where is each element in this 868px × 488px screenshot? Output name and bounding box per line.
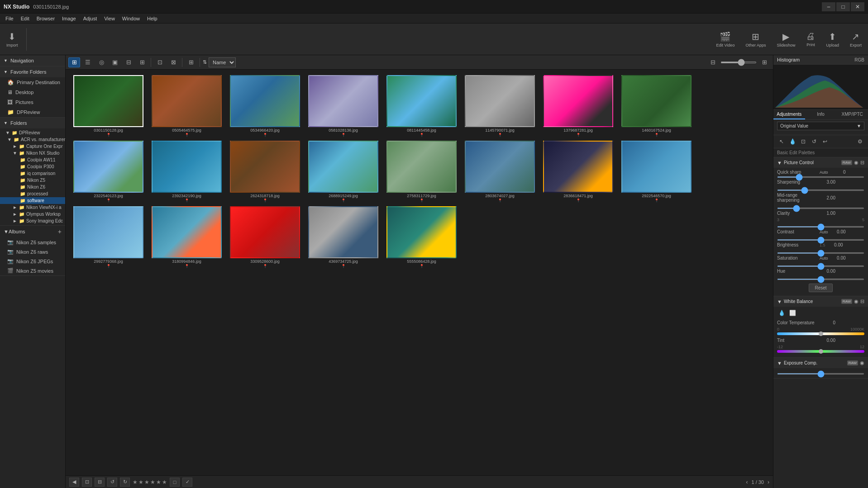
menu-edit[interactable]: Edit	[17, 15, 33, 22]
album-z6-samples[interactable]: 📷 Nikon Z6 samples	[0, 237, 65, 247]
view-grid-button[interactable]: ⊞	[68, 57, 80, 67]
tree-nikon-z6[interactable]: 📁 Nikon Z6	[0, 184, 65, 190]
primary-destination-item[interactable]: 🏠 Primary Destination	[0, 77, 65, 87]
nav-prev-button[interactable]: ‹	[746, 479, 748, 485]
dpreview-fav-item[interactable]: 📁 DPReview	[0, 107, 65, 117]
image-cell[interactable]: 2758311729.jpg📍	[384, 141, 459, 203]
menu-help[interactable]: Help	[143, 15, 161, 22]
other-apps-button[interactable]: ⊞ Other Apps	[743, 29, 768, 49]
image-thumbnail[interactable]	[386, 75, 457, 127]
pc-expand[interactable]: ⊟	[860, 160, 864, 166]
tree-sony[interactable]: ►📁 Sony Imaging Edc	[0, 218, 65, 224]
image-cell[interactable]: 1145790071.jpg📍	[463, 75, 537, 137]
image-cell[interactable]: 2836618471.jpg📍	[541, 141, 615, 203]
tree-software[interactable]: 📁 software	[0, 197, 65, 204]
image-cell[interactable]: 2392342190.jpg📍	[149, 141, 224, 203]
star-6[interactable]: ★	[162, 479, 167, 485]
close-button[interactable]: ✕	[851, 2, 864, 11]
tree-nikon-nx[interactable]: ▼📁 Nikon NX Studio	[0, 150, 65, 156]
image-cell[interactable]: 3309528600.jpg📍	[228, 206, 302, 268]
image-thumbnail[interactable]	[308, 206, 378, 258]
image-thumbnail[interactable]	[230, 75, 300, 127]
prev-page-button[interactable]: ◀	[69, 478, 79, 487]
star-3[interactable]: ★	[144, 479, 149, 485]
image-thumbnail[interactable]	[73, 141, 143, 193]
image-thumbnail[interactable]	[465, 141, 535, 193]
tree-viewNX[interactable]: ►📁 Nikon ViewNX-i a	[0, 204, 65, 211]
brightness-slider[interactable]	[777, 252, 864, 254]
image-thumbnail[interactable]	[386, 206, 457, 258]
tree-iq-comparison[interactable]: 📁 iq comparison	[0, 170, 65, 177]
pc-toggle[interactable]: ◉	[854, 160, 858, 166]
tool-undo[interactable]: ↩	[820, 137, 830, 146]
exp-comp-slider[interactable]	[777, 373, 864, 374]
image-cell[interactable]: 5555086428.jpg📍	[384, 206, 459, 268]
tree-capture[interactable]: ►📁 Capture One Expr	[0, 143, 65, 150]
deselect-bb[interactable]: ⊟	[95, 478, 105, 487]
image-cell[interactable]: 2922546570.jpg📍	[619, 141, 694, 203]
deselect-button[interactable]: ⊠	[167, 57, 179, 67]
image-cell[interactable]: 2624318718.jpg📍	[228, 141, 302, 203]
tree-dpreview[interactable]: ▼📁 DPReview	[0, 129, 65, 136]
view-list-button[interactable]: ☰	[82, 57, 94, 67]
image-thumbnail[interactable]	[621, 141, 692, 193]
tab-adjustments[interactable]: Adjustments	[773, 110, 805, 119]
view-map-button[interactable]: ◎	[95, 57, 107, 67]
picture-control-header[interactable]: ▼ Picture Control RAW ◉ ⊟	[773, 157, 868, 168]
image-thumbnail[interactable]	[308, 141, 378, 193]
view-filmstrip-button[interactable]: ⊟	[123, 57, 134, 67]
menu-window[interactable]: Window	[119, 15, 143, 22]
image-thumbnail[interactable]	[308, 75, 378, 127]
quick-sharp-slider[interactable]	[777, 176, 864, 178]
tree-nikon-z5[interactable]: 📁 Nikon Z5	[0, 177, 65, 184]
star-2[interactable]: ★	[138, 479, 143, 485]
album-z6-jpegs[interactable]: 📷 Nikon Z6 JPEGs	[0, 256, 65, 266]
image-thumbnail[interactable]	[152, 75, 222, 127]
sort-select[interactable]: Name Date Size	[209, 57, 236, 67]
grid-size-large[interactable]: ⊞	[758, 57, 770, 67]
image-thumbnail[interactable]	[152, 206, 222, 258]
star-1[interactable]: ★	[133, 479, 138, 485]
image-cell[interactable]: 0505464575.jpg📍	[149, 75, 224, 137]
image-cell[interactable]: 3180994846.jpg📍	[149, 206, 224, 268]
image-thumbnail[interactable]	[73, 75, 143, 127]
rotate-left-button[interactable]: ↺	[107, 478, 117, 487]
original-value-dropdown[interactable]: Original Value ▼	[777, 122, 864, 130]
edit-video-button[interactable]: 🎬 Edit Video	[714, 29, 738, 49]
folders-header[interactable]: ▼ Folders	[0, 118, 65, 128]
tab-xmp-iptc[interactable]: XMP/IPTC	[836, 110, 868, 119]
menu-file[interactable]: File	[2, 15, 17, 22]
image-cell[interactable]: 1460167524.jpg📍	[619, 75, 694, 137]
image-thumbnail[interactable]	[465, 75, 535, 127]
view-detail-button[interactable]: ⊞	[136, 57, 148, 67]
hue-slider[interactable]	[777, 279, 864, 280]
pictures-item[interactable]: 🖼 Pictures	[0, 97, 65, 107]
select-all-bb[interactable]: ⊡	[82, 478, 92, 487]
rotate-right-button[interactable]: ↻	[120, 478, 130, 487]
image-thumbnail[interactable]	[230, 141, 300, 193]
slideshow-button[interactable]: ▶ Slideshow	[774, 29, 798, 49]
exposure-comp-header[interactable]: ▼ Exposure Comp. RAW ◉	[773, 358, 868, 368]
print-button[interactable]: 🖨 Print	[803, 29, 818, 49]
image-thumbnail[interactable]	[543, 75, 613, 127]
label-button[interactable]: □	[170, 478, 180, 487]
tool-eyedrop[interactable]: 💧	[788, 137, 797, 146]
contrast-slider[interactable]	[777, 239, 864, 241]
grid-size-small[interactable]: ⊟	[707, 57, 719, 67]
image-thumbnail[interactable]	[230, 206, 300, 258]
image-thumbnail[interactable]	[621, 75, 692, 127]
navigation-header[interactable]: ▼ Navigation	[0, 55, 65, 66]
view-compare-button[interactable]: ▣	[109, 57, 121, 67]
star-5[interactable]: ★	[156, 479, 161, 485]
tool-settings[interactable]: ⚙	[855, 137, 864, 146]
export-button[interactable]: ↗ Export	[847, 29, 864, 49]
star-4[interactable]: ★	[150, 479, 155, 485]
menu-adjust[interactable]: Adjust	[80, 15, 101, 22]
wb-toggle[interactable]: ◉	[854, 298, 858, 304]
image-cell[interactable]: 0581028136.jpg📍	[306, 75, 381, 137]
minimize-button[interactable]: –	[822, 2, 835, 11]
desktop-item[interactable]: 🖥 Desktop	[0, 87, 65, 97]
albums-header[interactable]: ▼ Albums +	[0, 226, 65, 237]
tool-rotate[interactable]: ↺	[810, 137, 819, 146]
menu-image[interactable]: Image	[58, 15, 80, 22]
